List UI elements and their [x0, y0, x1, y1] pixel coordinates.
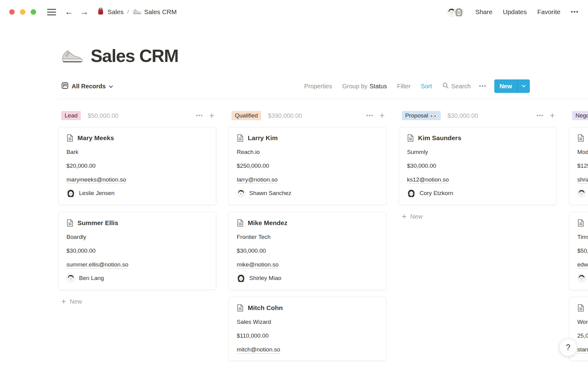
group-by-value: Status [370, 83, 387, 90]
column-cards: Mary Meeks Bark $20,000.00 marymeeks@not… [58, 127, 216, 290]
board: Lead $50,000.00 ••• + Mary Meeks Bark $2… [58, 111, 588, 361]
record-card[interactable]: Kim Saunders Summly $30,000.00 ks12@noti… [399, 127, 557, 205]
page-header: Sales CRM [61, 45, 588, 66]
column-more-icon[interactable]: ••• [366, 113, 373, 119]
notion-window: ← → Sales / Sales CRM Share Updates Favo… [0, 0, 588, 368]
person-name: Shirley Miao [249, 274, 281, 282]
new-card-label: New [410, 213, 423, 220]
page-sneaker-icon[interactable] [61, 48, 83, 63]
updates-button[interactable]: Updates [503, 8, 527, 16]
card-email[interactable]: mitch@notion.so [237, 346, 280, 354]
card-title: Mary Meeks [77, 134, 114, 142]
status-badge[interactable]: Qualified [232, 111, 261, 120]
sort-button[interactable]: Sort [421, 83, 432, 90]
close-window-button[interactable] [9, 9, 15, 15]
status-badge[interactable]: Negotiation [572, 111, 588, 120]
topbar-actions: Share Updates Favorite ••• [446, 7, 579, 17]
column-cards: Larry Kim Reach.io $250,000.00 larry@not… [228, 127, 386, 361]
new-record-label: New [494, 79, 517, 93]
toolbar-more-icon[interactable]: ••• [479, 83, 487, 90]
column-more-icon[interactable]: ••• [537, 113, 544, 119]
back-arrow-icon[interactable]: ← [65, 8, 73, 16]
forward-arrow-icon[interactable]: → [80, 8, 89, 16]
help-button[interactable]: ? [559, 339, 577, 356]
record-card[interactable]: Larry Kim Reach.io $250,000.00 larry@not… [228, 127, 386, 205]
breadcrumb-root-label: Sales [107, 8, 124, 16]
column-add-icon[interactable]: + [209, 111, 214, 120]
plus-icon: + [61, 297, 66, 306]
page-title[interactable]: Sales CRM [91, 45, 178, 66]
column-more-icon[interactable]: ••• [196, 113, 203, 119]
page-doc-icon [237, 304, 244, 312]
card-company: Sales Wizard [237, 318, 378, 326]
card-email[interactable]: shria [577, 176, 588, 184]
breadcrumb-root[interactable]: Sales [95, 6, 125, 17]
search-button[interactable]: Search [442, 82, 471, 90]
card-person: Cory Etzkorn [407, 189, 548, 197]
person-avatar [66, 274, 75, 282]
favorite-button[interactable]: Favorite [537, 8, 560, 16]
record-card[interactable]: E Tims $50, edwi H [569, 212, 588, 290]
sidebar-menu-icon[interactable] [47, 9, 56, 15]
breadcrumb-page-label: Sales CRM [144, 8, 177, 16]
card-email[interactable]: mike@notion.so [237, 261, 279, 269]
card-person: Shawn Sanchez [237, 189, 378, 197]
chevron-down-icon [109, 85, 113, 88]
person-avatar [237, 274, 245, 282]
status-badge-label: Negotiation [575, 112, 588, 119]
column-sum: $30,000.00 [447, 112, 478, 119]
share-button[interactable]: Share [475, 8, 492, 16]
card-email[interactable]: stan [577, 346, 588, 354]
zoom-window-button[interactable] [31, 9, 36, 15]
card-company: Reach.io [237, 148, 378, 156]
card-company: Frontier Tech [237, 233, 378, 241]
traffic-lights [9, 9, 36, 15]
card-person: H [577, 274, 588, 282]
breadcrumb-page[interactable]: Sales CRM [131, 8, 178, 16]
backpack-icon [96, 7, 105, 17]
card-amount: $50, [577, 247, 588, 255]
column-add-icon[interactable]: + [379, 111, 385, 120]
group-by-button[interactable]: Group by Status [342, 83, 387, 90]
new-card-button[interactable]: + New [399, 213, 557, 221]
person-avatar [407, 189, 416, 197]
record-card[interactable]: Mary Meeks Bark $20,000.00 marymeeks@not… [58, 127, 216, 205]
new-card-button[interactable]: + New [58, 297, 216, 306]
card-title: Mitch Cohn [248, 304, 283, 312]
card-email[interactable]: larry@notion.so [237, 176, 277, 184]
toolbar-actions: Properties Group by Status Filter Sort S… [304, 79, 530, 93]
card-email[interactable]: edwi [577, 261, 588, 269]
column-header: Lead $50,000.00 ••• + [58, 111, 216, 120]
status-badge[interactable]: Proposal [402, 111, 441, 120]
filter-button[interactable]: Filter [397, 83, 410, 90]
person-avatar [577, 274, 586, 282]
record-card[interactable]: Mike Mendez Frontier Tech $30,000.00 mik… [228, 212, 386, 290]
topbar: ← → Sales / Sales CRM Share Updates Favo… [0, 0, 588, 24]
card-company: Summly [407, 148, 548, 156]
card-amount: $250,000.00 [237, 162, 378, 170]
topbar-more-icon[interactable]: ••• [571, 9, 579, 15]
status-badge[interactable]: Lead [61, 111, 81, 120]
record-card[interactable]: Mitch Cohn Sales Wizard $110,000.00 mitc… [228, 297, 386, 361]
column-sum: $390,000.00 [268, 112, 302, 119]
new-record-dropdown-icon[interactable] [518, 79, 530, 93]
minimize-window-button[interactable] [20, 9, 25, 15]
card-email[interactable]: marymeeks@notion.so [66, 176, 126, 184]
column-cards: S Mod $125 shria E E Tims $50, edwi H S … [569, 127, 588, 361]
view-tab-all-records[interactable]: All Records [61, 82, 113, 91]
record-card[interactable]: S Mod $125 shria E [569, 127, 588, 205]
card-person: Shirley Miao [237, 274, 378, 282]
record-card[interactable]: Summer Ellis Boardly $30,000.00 summer.e… [58, 212, 216, 290]
user-avatar[interactable] [454, 7, 464, 17]
new-record-button[interactable]: New [494, 79, 530, 93]
properties-button[interactable]: Properties [304, 83, 332, 90]
card-email[interactable]: summer.ellis@notion.so [66, 261, 128, 269]
column-add-icon[interactable]: + [550, 111, 555, 120]
card-title: Larry Kim [248, 134, 278, 142]
status-badge-label: Qualified [235, 112, 258, 119]
search-label: Search [451, 83, 471, 90]
card-email[interactable]: ks12@notion.so [407, 176, 449, 184]
person-avatar [577, 189, 586, 197]
card-company: Mod [577, 148, 588, 156]
plus-icon: + [402, 213, 407, 221]
